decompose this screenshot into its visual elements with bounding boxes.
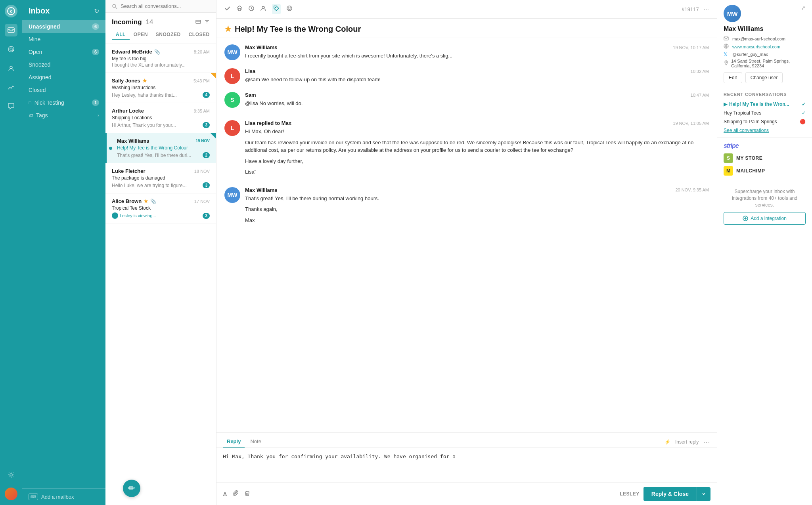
- expand-panel-icon[interactable]: ⤢: [801, 5, 806, 11]
- snooze-icon[interactable]: [248, 5, 255, 13]
- resolve-icon[interactable]: [224, 5, 231, 13]
- reply-tab-note[interactable]: Note: [246, 436, 265, 448]
- reply-tools: A: [223, 490, 250, 497]
- priority-indicator: [211, 133, 216, 139]
- sidebar-item-assigned[interactable]: Assigned: [22, 71, 105, 84]
- rp-name-row: MW: [724, 5, 801, 22]
- reply-input-area: Hi Max, Thank you for confirming your av…: [216, 448, 717, 482]
- tab-closed[interactable]: CLOSED: [185, 30, 214, 40]
- add-mailbox-label: Add a mailbox: [41, 494, 74, 500]
- label-icon[interactable]: [272, 4, 281, 14]
- conv-item-max[interactable]: Max Williams 19 NOV Help! My Tee is the …: [105, 133, 216, 163]
- sidebar-item-open[interactable]: Open 6: [22, 46, 105, 58]
- rp-conv-item-2[interactable]: Hey Tropical Tees ✓: [724, 109, 806, 117]
- see-all-conversations-link[interactable]: See all conversations: [724, 128, 806, 133]
- message-4: L Lisa replied to Max 19 NOV, 11:05 AM H…: [224, 120, 709, 179]
- reply-more-icon[interactable]: ···: [703, 439, 710, 445]
- conv-item-luke[interactable]: Luke Fletcher 18 NOV The package is dama…: [105, 163, 216, 193]
- format-text-icon[interactable]: A: [223, 491, 227, 497]
- sidebar-item-mine[interactable]: Mine: [22, 33, 105, 46]
- reply-tab-reply[interactable]: Reply: [223, 436, 245, 448]
- sidebar-item-nick-testing[interactable]: □ Nick Testing 1: [22, 96, 105, 109]
- conv-badge: 4: [203, 92, 210, 98]
- add-mailbox-button[interactable]: ⌨ Add a mailbox: [29, 494, 99, 500]
- refresh-icon[interactable]: ↻: [94, 7, 99, 15]
- user-email-row: max@max-surf-school.com: [724, 36, 801, 42]
- attachment-reply-icon[interactable]: [233, 490, 239, 497]
- conv-status-check: ✓: [802, 101, 806, 107]
- viewer-avatar: [112, 212, 118, 219]
- conv-preview: Hey Lesley, haha thanks that...: [112, 92, 177, 98]
- reply-tabs: Reply Note ⚡ Insert reply ···: [216, 433, 717, 448]
- app-logo[interactable]: c: [5, 5, 17, 17]
- user-website[interactable]: www.maxsurfschool.com: [732, 44, 780, 49]
- more-options-icon[interactable]: ···: [704, 6, 709, 13]
- sidebar-badge-open: 6: [92, 49, 99, 55]
- tab-open[interactable]: OPEN: [130, 30, 152, 40]
- sidebar-item-snoozed[interactable]: Snoozed: [22, 58, 105, 71]
- rp-conv-label: ▶ Help! My Tee is the Wron...: [724, 101, 789, 107]
- reply-send-dropdown-button[interactable]: [697, 487, 710, 501]
- rp-conv-item-1[interactable]: ▶ Help! My Tee is the Wron... ✓: [724, 100, 806, 109]
- shopify-name: MY STORE: [736, 155, 762, 161]
- priority-indicator: [211, 73, 216, 78]
- reply-close-button[interactable]: Reply & Close: [643, 487, 697, 501]
- svg-point-16: [262, 6, 264, 9]
- user-website-row: www.maxsurfschool.com: [724, 44, 801, 50]
- message-1: MW Max Williams 19 NOV, 10:17 AM I recen…: [224, 44, 709, 60]
- add-integration-button[interactable]: Add a integration: [724, 212, 806, 225]
- sidebar-item-closed[interactable]: Closed: [22, 84, 105, 96]
- stripe-logo: stripe: [724, 142, 806, 149]
- conv-item-alice[interactable]: Alice Brown ★ 📎 17 NOV Tropical Tee Stoc…: [105, 193, 216, 224]
- contacts-nav-icon[interactable]: [5, 62, 17, 75]
- sidebar-header: Inbox ↻: [22, 0, 105, 20]
- svg-point-3: [10, 48, 12, 50]
- conv-item-edward[interactable]: Edward McBride 📎 8:20 AM My tee is too b…: [105, 44, 216, 73]
- conv-subject: My tee is too big: [112, 56, 210, 61]
- insert-reply-label: Insert reply: [675, 439, 699, 445]
- sort-icon[interactable]: [195, 19, 201, 26]
- sidebar-title: Inbox: [29, 6, 50, 15]
- change-user-button[interactable]: Change user: [745, 72, 783, 83]
- filter-icon[interactable]: [204, 19, 210, 26]
- conv-status-error: 🔴: [800, 119, 806, 124]
- emoji-icon[interactable]: [286, 5, 293, 13]
- conv-item-sally[interactable]: Sally Jones ★ 5:43 PM Washing instructio…: [105, 73, 216, 103]
- assign-icon[interactable]: [260, 5, 266, 13]
- tab-all[interactable]: ALL: [112, 30, 130, 40]
- sidebar-item-label: Closed: [29, 87, 46, 93]
- reports-nav-icon[interactable]: [5, 81, 17, 94]
- insert-reply-icon[interactable]: ⚡: [665, 439, 670, 445]
- settings-nav-icon[interactable]: [5, 469, 17, 481]
- user-address-row: 14 Sand Street, Palm Springs, California…: [724, 59, 801, 68]
- mentions-nav-icon[interactable]: [5, 43, 17, 55]
- msg-text: That's great! Yes, I'll be there during …: [245, 195, 709, 224]
- tab-snoozed[interactable]: SNOOZED: [152, 30, 185, 40]
- conv-subject: Tropical Tee Stock: [112, 205, 210, 211]
- msg-sender: Lisa: [245, 68, 255, 74]
- msg-sender: Lisa replied to Max: [245, 120, 291, 126]
- edit-user-button[interactable]: Edit: [724, 72, 742, 83]
- chat-nav-icon[interactable]: [5, 100, 17, 113]
- active-conv-arrow: ▶: [724, 101, 727, 107]
- msg-time: 10:47 AM: [691, 93, 709, 98]
- attachment-icon: 📎: [150, 199, 156, 204]
- sidebar-item-left: □ Nick Testing: [29, 99, 64, 106]
- sidebar-item-tags[interactable]: 🏷 Tags ›: [22, 109, 105, 122]
- conv-badge: 2: [203, 152, 210, 158]
- user-avatar[interactable]: [5, 488, 17, 500]
- search-input[interactable]: [121, 3, 210, 9]
- rp-recent-title: RECENT CONVERSATIONS: [724, 92, 806, 97]
- sidebar-tags-label: Tags: [36, 112, 48, 119]
- msg-text: Hi Max, Oh dear! Our team has reviewed y…: [245, 128, 709, 176]
- delete-reply-icon[interactable]: [244, 490, 250, 497]
- rp-conv-item-3[interactable]: Shipping to Palm Springs 🔴: [724, 117, 806, 126]
- sidebar-item-unassigned[interactable]: Unassigned 6: [22, 20, 105, 33]
- messages-area: MW Max Williams 19 NOV, 10:17 AM I recen…: [216, 38, 717, 432]
- reply-input[interactable]: Hi Max, Thank you for confirming your av…: [223, 453, 710, 476]
- conv-item-arthur[interactable]: Arthur Locke 9:35 AM Shipping Locations …: [105, 103, 216, 133]
- forward-icon[interactable]: [236, 5, 243, 13]
- message-2: L Lisa 10:32 AM @sam We need to follow-u…: [224, 68, 709, 84]
- inbox-nav-icon[interactable]: [5, 24, 17, 36]
- compose-button[interactable]: ✏: [123, 480, 140, 497]
